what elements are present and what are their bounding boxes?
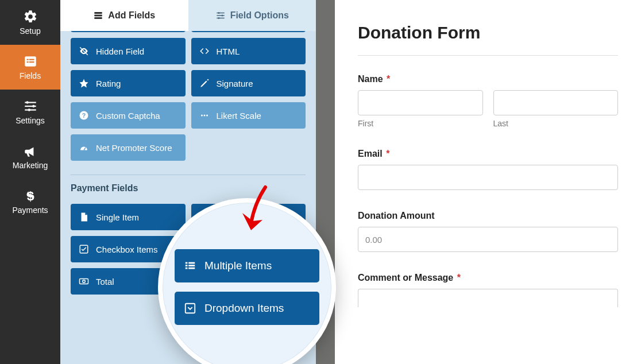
sidebar-nav: Setup Fields Settings Marketing $ Paymen… — [0, 0, 60, 364]
first-sub-label: First — [358, 119, 483, 128]
file-icon — [79, 212, 89, 222]
magnified-dropdown-items[interactable]: Dropdown Items — [175, 292, 319, 325]
svg-rect-2 — [26, 61, 28, 63]
svg-point-20 — [218, 17, 219, 19]
field-label: HTML — [217, 47, 240, 56]
checkbox-icon — [79, 244, 89, 254]
svg-rect-49 — [188, 268, 195, 269]
required-asterisk: * — [387, 74, 390, 84]
likert-icon — [199, 110, 210, 121]
section-divider-line — [71, 175, 306, 175]
gauge-icon — [79, 142, 89, 153]
email-input[interactable] — [358, 165, 618, 190]
svg-point-10 — [28, 109, 30, 111]
mag-label: Dropdown Items — [204, 302, 284, 315]
svg-rect-42 — [80, 279, 88, 284]
svg-point-31 — [203, 115, 205, 117]
title-divider — [358, 55, 618, 56]
svg-rect-17 — [217, 18, 225, 19]
svg-rect-47 — [188, 265, 195, 266]
name-label: Name * — [358, 74, 618, 84]
mag-label: Multiple Items — [204, 260, 272, 272]
money-icon — [79, 276, 89, 286]
fancy-fields-grid: Page Break Section Divider Hidden Field … — [71, 32, 306, 161]
field-label: Total — [96, 277, 114, 286]
svg-rect-1 — [26, 59, 28, 60]
code-icon — [199, 46, 210, 56]
field-custom-captcha[interactable]: ? Custom Captcha — [71, 102, 186, 129]
sliders-icon — [23, 99, 38, 114]
magnifier-highlight: Multiple Items Dropdown Items — [158, 198, 336, 364]
payment-fields-title: Payment Fields — [71, 183, 306, 193]
field-section-divider[interactable]: Section Divider — [191, 31, 306, 32]
magnified-multiple-items[interactable]: Multiple Items — [175, 249, 319, 282]
svg-rect-13 — [95, 15, 103, 17]
field-nps[interactable]: Net Promoter Score — [71, 134, 186, 161]
field-html[interactable]: HTML — [191, 38, 306, 64]
star-icon — [79, 78, 89, 88]
first-name-input[interactable] — [358, 90, 483, 115]
field-rating[interactable]: Rating — [71, 70, 186, 96]
svg-text:?: ? — [82, 112, 86, 119]
field-single-item[interactable]: Single Item — [71, 204, 186, 230]
nav-marketing-label: Marketing — [13, 161, 48, 170]
last-name-input[interactable] — [493, 90, 619, 115]
form-preview: Donation Form Name * First Last Email * … — [335, 0, 641, 364]
comment-label: Comment or Message * — [358, 273, 618, 283]
nav-payments[interactable]: $ Payments — [0, 179, 60, 224]
dollar-icon: $ — [23, 188, 38, 203]
panel-tabs: Add Fields Field Options — [60, 0, 316, 31]
svg-text:$: $ — [26, 189, 33, 203]
field-label: Custom Captcha — [96, 111, 160, 121]
bullhorn-icon — [23, 144, 38, 158]
pencil-icon — [199, 78, 210, 88]
field-options-icon — [215, 10, 226, 21]
svg-point-18 — [218, 12, 219, 14]
svg-rect-4 — [29, 61, 34, 63]
dropdown-icon — [184, 302, 196, 315]
svg-point-30 — [201, 115, 203, 117]
field-wrapper-comment[interactable]: Comment or Message * — [358, 273, 618, 307]
field-likert-scale[interactable]: Likert Scale — [191, 102, 306, 129]
svg-point-8 — [26, 101, 28, 103]
field-page-break[interactable]: Page Break — [71, 31, 186, 32]
list-icon — [184, 260, 196, 272]
svg-rect-44 — [186, 262, 188, 264]
donation-input[interactable] — [358, 227, 618, 252]
svg-rect-12 — [95, 12, 103, 14]
svg-rect-48 — [186, 268, 188, 269]
field-hidden-field[interactable]: Hidden Field — [71, 38, 186, 64]
required-asterisk: * — [457, 273, 461, 282]
field-label: Rating — [96, 79, 121, 88]
nav-setup[interactable]: Setup — [0, 0, 60, 45]
nav-settings[interactable]: Settings — [0, 90, 60, 134]
field-signature[interactable]: Signature — [191, 70, 306, 96]
field-wrapper-email[interactable]: Email * — [358, 149, 618, 190]
field-label: Likert Scale — [217, 111, 261, 121]
comment-textarea[interactable] — [358, 289, 618, 307]
form-icon — [23, 54, 38, 69]
eye-slash-icon — [79, 46, 89, 56]
nav-setup-label: Setup — [20, 26, 41, 36]
add-fields-icon — [93, 10, 103, 21]
svg-rect-50 — [186, 304, 195, 313]
tab-add-fields[interactable]: Add Fields — [60, 0, 188, 31]
tab-add-fields-label: Add Fields — [108, 10, 155, 21]
nav-marketing[interactable]: Marketing — [0, 134, 60, 179]
nav-fields[interactable]: Fields — [0, 45, 60, 90]
nav-payments-label: Payments — [12, 206, 48, 215]
tab-field-options-label: Field Options — [230, 10, 289, 21]
nav-settings-label: Settings — [16, 116, 45, 125]
svg-point-43 — [83, 280, 86, 283]
field-wrapper-donation[interactable]: Donation Amount — [358, 211, 618, 252]
help-icon: ? — [79, 110, 89, 121]
tab-field-options[interactable]: Field Options — [188, 0, 316, 31]
nav-fields-label: Fields — [20, 71, 41, 80]
gear-icon — [23, 9, 38, 24]
field-label: Checkbox Items — [96, 245, 158, 254]
svg-rect-45 — [188, 262, 195, 264]
email-label: Email * — [358, 149, 618, 159]
field-wrapper-name[interactable]: Name * First Last — [358, 74, 618, 128]
donation-label: Donation Amount — [358, 211, 618, 221]
svg-point-19 — [221, 15, 223, 17]
